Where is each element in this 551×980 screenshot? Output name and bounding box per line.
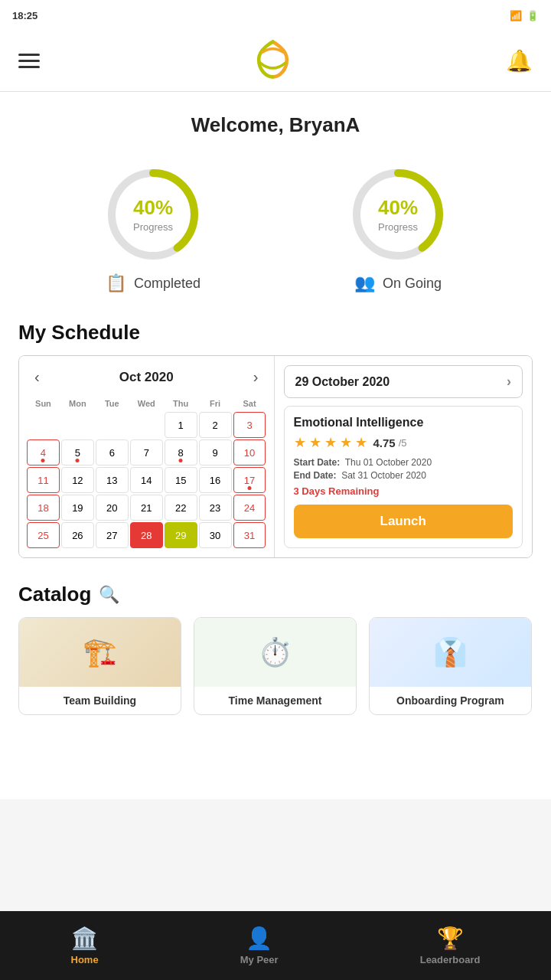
ongoing-circle-text: 40% Progress xyxy=(378,196,418,234)
event-name: Emotional Intelligence xyxy=(294,416,514,430)
team-icon: 👥 xyxy=(354,273,375,293)
cal-day-2[interactable]: 2 xyxy=(199,412,232,438)
event-date-text: 29 October 2020 xyxy=(295,375,390,389)
launch-button[interactable]: Launch xyxy=(294,505,514,538)
nav-home[interactable]: 🏛️ Home xyxy=(71,926,99,965)
nav-my-peer[interactable]: 👤 My Peer xyxy=(240,926,279,965)
day-tue: Tue xyxy=(96,397,129,410)
calendar-header: ‹ Oct 2020 › xyxy=(27,365,266,389)
event-date-header[interactable]: 29 October 2020 › xyxy=(284,365,523,398)
catalog-card-2[interactable]: Onboarding Program xyxy=(369,617,532,715)
day-sun: Sun xyxy=(27,397,60,410)
cal-day-15[interactable]: 15 xyxy=(165,467,197,493)
cal-day-16[interactable]: 16 xyxy=(199,467,232,493)
cal-day-17[interactable]: 17 xyxy=(233,467,266,493)
app-header: 🔔 xyxy=(0,31,551,92)
event-date-arrow-icon: › xyxy=(507,374,511,390)
star-2: ★ xyxy=(309,434,321,451)
cal-empty-4 xyxy=(130,412,163,438)
home-icon: 🏛️ xyxy=(71,926,98,951)
catalog-title-text: Catalog xyxy=(18,583,91,606)
catalog-label-0: Team Building xyxy=(19,687,181,714)
event-card: Emotional Intelligence ★ ★ ★ ★ ★ 4.75 /5… xyxy=(284,406,523,548)
catalog-search-icon[interactable]: 🔍 xyxy=(99,585,119,605)
day-fri: Fri xyxy=(199,397,232,410)
progress-ongoing: 40% Progress 👥 On Going xyxy=(348,165,448,293)
status-bar: 18:25 📶 🔋 xyxy=(0,0,551,31)
calendar-next-button[interactable]: › xyxy=(246,365,266,389)
leaderboard-icon: 🏆 xyxy=(437,926,464,951)
rating-max: /5 xyxy=(399,437,407,449)
cal-day-6[interactable]: 6 xyxy=(96,439,129,466)
cal-day-28[interactable]: 28 xyxy=(130,522,163,548)
catalog-label-1: Time Management xyxy=(194,687,356,714)
menu-button[interactable] xyxy=(18,54,40,68)
cal-day-18[interactable]: 18 xyxy=(27,495,60,521)
cal-day-20[interactable]: 20 xyxy=(96,495,129,521)
calendar-month: Oct 2020 xyxy=(119,370,174,385)
ongoing-status-label: On Going xyxy=(383,276,442,292)
rating-value: 4.75 xyxy=(373,436,396,449)
cal-day-23[interactable]: 23 xyxy=(199,495,232,521)
notification-bell-icon[interactable]: 🔔 xyxy=(506,48,533,74)
cal-day-19[interactable]: 19 xyxy=(61,495,94,521)
cal-day-13[interactable]: 13 xyxy=(96,467,129,493)
catalog-section: Catalog 🔍 Team Building Time Management … xyxy=(0,570,551,723)
completed-label: 📋 Completed xyxy=(106,273,201,293)
cal-day-31[interactable]: 31 xyxy=(233,522,266,548)
cal-day-30[interactable]: 30 xyxy=(199,522,232,548)
cal-day-25[interactable]: 25 xyxy=(27,522,60,548)
cal-day-27[interactable]: 27 xyxy=(96,522,129,548)
cal-day-10[interactable]: 10 xyxy=(233,439,266,466)
status-time: 18:25 xyxy=(12,10,37,21)
catalog-img-1 xyxy=(194,618,356,687)
status-icons: 📶 🔋 xyxy=(510,10,539,21)
catalog-cards: Team Building Time Management Onboarding… xyxy=(18,617,533,715)
cal-day-14[interactable]: 14 xyxy=(130,467,163,493)
star-3: ★ xyxy=(324,434,337,451)
schedule-grid: ‹ Oct 2020 › Sun Mon Tue Wed Thu Fri Sat xyxy=(18,355,533,558)
app-logo xyxy=(252,38,294,83)
cal-day-7[interactable]: 7 xyxy=(130,439,163,466)
nav-leaderboard-label: Leaderboard xyxy=(420,954,481,965)
days-remaining: 3 Days Remaining xyxy=(294,485,514,497)
cal-day-1[interactable]: 1 xyxy=(165,412,197,438)
cal-day-5[interactable]: 5 xyxy=(61,439,94,466)
day-sat: Sat xyxy=(233,397,266,410)
ongoing-progress-label: Progress xyxy=(378,221,418,233)
cal-day-29[interactable]: 29 xyxy=(165,522,197,548)
progress-section: 40% Progress 📋 Completed 40% Progress xyxy=(0,149,551,309)
catalog-label-2: Onboarding Program xyxy=(370,687,531,714)
completed-circle: 40% Progress xyxy=(103,165,203,264)
cal-empty-2 xyxy=(61,412,94,438)
ongoing-circle: 40% Progress xyxy=(348,165,448,264)
welcome-section: Welcome, BryanA xyxy=(0,92,551,149)
cal-empty-1 xyxy=(27,412,60,438)
cal-day-9[interactable]: 9 xyxy=(199,439,232,466)
star-4: ★ xyxy=(340,434,352,451)
cal-day-24[interactable]: 24 xyxy=(233,495,266,521)
cal-day-4[interactable]: 4 xyxy=(27,439,60,466)
catalog-card-0[interactable]: Team Building xyxy=(18,617,181,715)
nav-leaderboard[interactable]: 🏆 Leaderboard xyxy=(420,926,481,965)
cal-day-12[interactable]: 12 xyxy=(61,467,94,493)
cal-day-3[interactable]: 3 xyxy=(233,412,266,438)
catalog-img-0 xyxy=(19,618,181,687)
completed-status-label: Completed xyxy=(134,276,201,292)
calendar-panel: ‹ Oct 2020 › Sun Mon Tue Wed Thu Fri Sat xyxy=(19,356,275,557)
cal-day-22[interactable]: 22 xyxy=(165,495,197,521)
cal-empty-3 xyxy=(96,412,129,438)
completed-circle-text: 40% Progress xyxy=(133,196,173,234)
schedule-section: My Schedule ‹ Oct 2020 › Sun Mon Tue Wed… xyxy=(0,309,551,570)
cal-day-11[interactable]: 11 xyxy=(27,467,60,493)
catalog-card-1[interactable]: Time Management xyxy=(194,617,357,715)
day-wed: Wed xyxy=(130,397,163,410)
cal-day-26[interactable]: 26 xyxy=(61,522,94,548)
bottom-nav: 🏛️ Home 👤 My Peer 🏆 Leaderboard xyxy=(0,911,551,980)
ongoing-label: 👥 On Going xyxy=(354,273,442,293)
calendar-prev-button[interactable]: ‹ xyxy=(27,365,47,389)
progress-completed: 40% Progress 📋 Completed xyxy=(103,165,203,293)
cal-day-8[interactable]: 8 xyxy=(165,439,197,466)
nav-home-label: Home xyxy=(71,954,99,965)
cal-day-21[interactable]: 21 xyxy=(130,495,163,521)
